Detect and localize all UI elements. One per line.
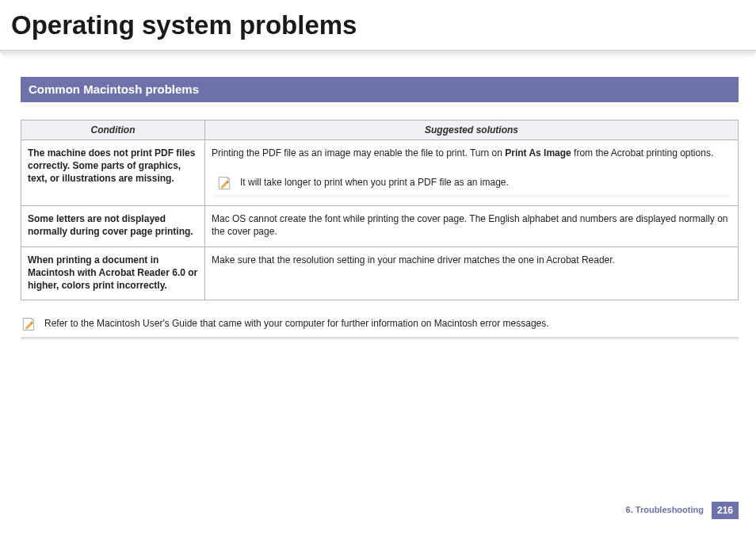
footer-page-number: 216: [712, 502, 739, 519]
solution-cell: Printing the PDF file as an image may en…: [205, 139, 739, 205]
solution-cell: Make sure that the resolution setting in…: [205, 246, 739, 300]
title-divider: [0, 50, 756, 63]
solution-part: Printing the PDF file as an image may en…: [212, 147, 505, 159]
condition-cell: When printing a document in Macintosh wi…: [21, 246, 205, 300]
solution-cell: Mac OS cannot create the font while prin…: [205, 206, 739, 246]
condition-cell: The machine does not print PDF files cor…: [21, 139, 205, 205]
content-area: Common Macintosh problems Condition Sugg…: [0, 77, 756, 341]
solution-part: from the Acrobat printing options.: [571, 147, 713, 159]
bottom-note-text: Refer to the Macintosh User's Guide that…: [44, 317, 549, 330]
page-title: Operating system problems: [0, 0, 756, 50]
problems-table: Condition Suggested solutions The machin…: [21, 120, 739, 300]
bottom-note-wrap: Refer to the Macintosh User's Guide that…: [21, 315, 739, 340]
note-divider: [21, 337, 739, 340]
table-row: The machine does not print PDF files cor…: [21, 139, 739, 205]
note-box: It will take longer to print when you pr…: [213, 174, 730, 197]
note-icon: [216, 175, 232, 191]
section-header: Common Macintosh problems: [21, 77, 739, 102]
condition-cell: Some letters are not displayed normally …: [21, 206, 205, 246]
col-header-solutions: Suggested solutions: [205, 120, 739, 139]
solution-bold: Print As Image: [505, 147, 571, 159]
page-footer: 6. Troubleshooting 216: [626, 502, 739, 519]
note-icon: [21, 316, 36, 332]
bottom-note: Refer to the Macintosh User's Guide that…: [21, 315, 739, 337]
col-header-condition: Condition: [21, 120, 205, 139]
note-text: It will take longer to print when you pr…: [240, 176, 509, 189]
table-row: When printing a document in Macintosh wi…: [21, 246, 739, 300]
footer-chapter: 6. Troubleshooting: [626, 504, 704, 516]
solution-text: Printing the PDF file as an image may en…: [212, 147, 731, 159]
table-row: Some letters are not displayed normally …: [21, 206, 739, 246]
